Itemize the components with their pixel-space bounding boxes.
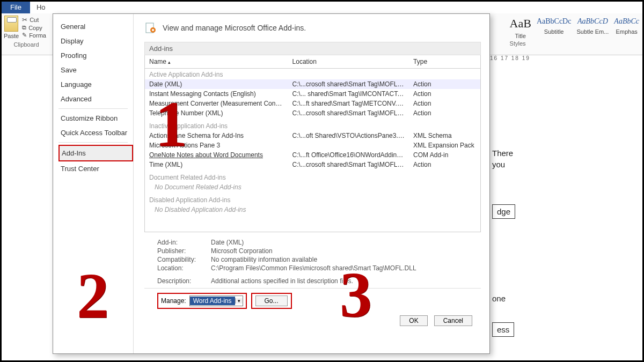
- nav-display[interactable]: Display: [58, 34, 133, 48]
- cut-label: Cut: [30, 17, 39, 23]
- style-label: Subtitle: [537, 25, 572, 35]
- k-addin: Add-in:: [157, 239, 211, 246]
- k-desc: Description:: [157, 277, 211, 285]
- clipboard-group-label: Clipboard: [4, 41, 49, 48]
- nav-customize-ribbon[interactable]: Customize Ribbon: [58, 111, 133, 125]
- style-label: Subtle Em...: [576, 25, 609, 35]
- tab-home[interactable]: Ho: [30, 2, 52, 13]
- style-preview: AaBbCcD: [576, 18, 609, 25]
- style-preview: AaBbCcDc: [537, 18, 572, 25]
- v-pub: Microsoft Corporation: [211, 247, 273, 255]
- copy-label: Copy: [28, 25, 42, 31]
- cat-inactive: Inactive Application Add-ins: [145, 118, 480, 131]
- table-row[interactable]: Microsoft Actions Pane 3XML Expansion Pa…: [145, 141, 480, 150]
- ok-button[interactable]: OK: [400, 315, 427, 326]
- table-row[interactable]: OneNote Notes about Word DocumentsC:\...…: [145, 150, 480, 160]
- table-row[interactable]: Instant Messaging Contacts (English)C:\.…: [145, 89, 480, 99]
- manage-dropdown[interactable]: Word Add-ins ▾: [189, 295, 243, 306]
- cancel-button[interactable]: Cancel: [434, 315, 472, 326]
- col-name[interactable]: Name: [145, 55, 288, 69]
- styles-group-label: Styles: [507, 40, 642, 47]
- cat-disabled: Disabled Application Add-ins: [145, 192, 480, 205]
- document-body: There you dge one ess: [492, 146, 515, 339]
- docrel-none: No Document Related Add-ins: [145, 182, 480, 192]
- manage-value: Word Add-ins: [190, 297, 235, 305]
- nav-add-ins[interactable]: Add-Ins: [58, 145, 133, 161]
- nav-language[interactable]: Language: [58, 77, 133, 92]
- style-title[interactable]: AaBTitle: [510, 18, 531, 39]
- chevron-down-icon: ▾: [235, 298, 243, 304]
- col-type[interactable]: Type: [409, 55, 480, 69]
- scissors-icon: ✂: [22, 16, 27, 24]
- cat-active: Active Application Add-ins: [145, 69, 480, 80]
- disabled-none: No Disabled Application Add-ins: [145, 205, 480, 215]
- col-location[interactable]: Location: [288, 55, 409, 69]
- manage-label: Manage:: [161, 297, 186, 305]
- k-loc: Location:: [157, 264, 211, 272]
- style-preview: AaBbCc: [614, 18, 639, 25]
- nav-trust-center[interactable]: Trust Center: [58, 161, 133, 176]
- table-row[interactable]: Telephone Number (XML)C:\...crosoft shar…: [145, 108, 480, 118]
- nav-advanced[interactable]: Advanced: [58, 92, 133, 106]
- nav-proofing[interactable]: Proofing: [58, 48, 133, 63]
- style-subtitle[interactable]: AaBbCcDcSubtitle: [537, 18, 572, 35]
- format-label: Forma: [29, 32, 46, 39]
- k-compat: Compatibility:: [157, 256, 211, 263]
- paste-button[interactable]: Paste: [4, 16, 19, 39]
- style-preview: AaB: [510, 18, 531, 29]
- format-painter-button[interactable]: ✎Forma: [22, 32, 46, 39]
- v-compat: No compatibility information available: [211, 256, 317, 263]
- cat-docrel: Document Related Add-ins: [145, 169, 480, 182]
- copy-icon: ⧉: [22, 24, 26, 31]
- addins-header: View and manage Microsoft Office Add-ins…: [163, 24, 306, 32]
- v-loc: C:\Program Files\Common Files\microsoft …: [211, 264, 416, 272]
- style-subtle-em[interactable]: AaBbCcDSubtle Em...: [576, 18, 609, 35]
- v-addin: Date (XML): [211, 239, 244, 246]
- paste-icon: [4, 16, 18, 32]
- styles-gallery[interactable]: AaBTitle AaBbCcDcSubtitle AaBbCcDSubtle …: [507, 13, 642, 40]
- cut-button[interactable]: ✂Cut: [22, 16, 46, 24]
- v-desc: Additional actions specified in list des…: [211, 277, 353, 285]
- brush-icon: ✎: [22, 32, 27, 39]
- nav-save[interactable]: Save: [58, 63, 133, 77]
- options-nav: General Display Proofing Save Language A…: [53, 14, 134, 353]
- svg-point-2: [152, 29, 154, 31]
- addin-details: Add-in:Date (XML) Publisher:Microsoft Co…: [144, 232, 481, 288]
- word-options-dialog: General Display Proofing Save Language A…: [53, 13, 490, 354]
- addins-section-title: Add-ins: [144, 42, 481, 55]
- table-row[interactable]: Measurement Converter (Measurement Conve…: [145, 99, 480, 108]
- addins-table: Name Location Type Active Application Ad…: [145, 55, 480, 215]
- paste-label: Paste: [4, 33, 19, 39]
- style-emphasis[interactable]: AaBbCcEmphas: [614, 18, 639, 35]
- table-row[interactable]: ActionsPane Schema for Add-InsC:\...oft …: [145, 131, 480, 141]
- k-pub: Publisher:: [157, 247, 211, 255]
- table-row[interactable]: Date (XML)C:\...crosoft shared\Smart Tag…: [145, 79, 480, 89]
- nav-general[interactable]: General: [58, 19, 133, 34]
- style-label: Title: [510, 29, 531, 39]
- copy-button[interactable]: ⧉Copy: [22, 24, 46, 31]
- addins-gear-icon: [144, 21, 157, 34]
- nav-qat[interactable]: Quick Access Toolbar: [58, 125, 133, 140]
- style-label: Emphas: [614, 25, 639, 35]
- table-row[interactable]: Time (XML)C:\...crosoft shared\Smart Tag…: [145, 160, 480, 169]
- go-button[interactable]: Go...: [255, 295, 288, 306]
- tab-file[interactable]: File: [2, 2, 30, 13]
